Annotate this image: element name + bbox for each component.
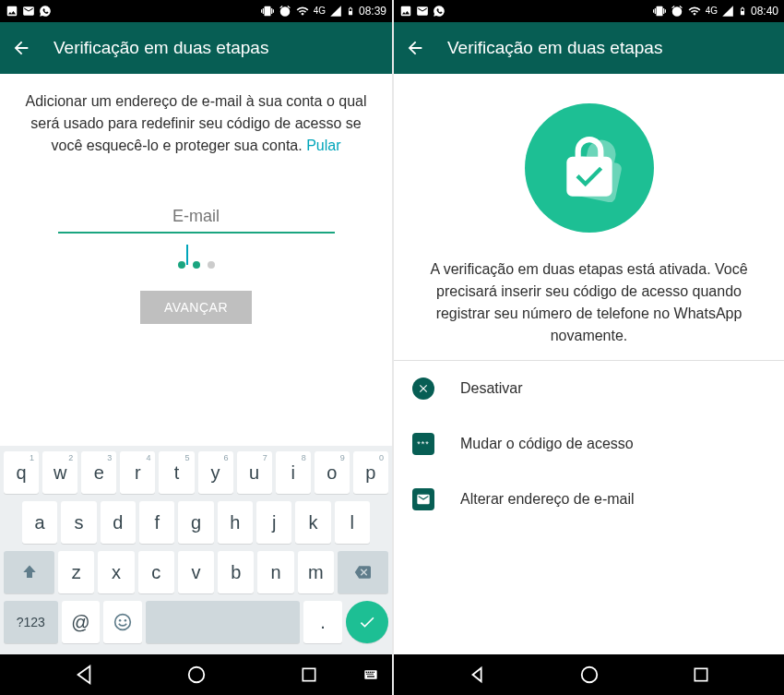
dot-key[interactable]: . [303, 601, 342, 643]
option-disable[interactable]: Desativar [394, 361, 784, 416]
nav-recent-icon[interactable] [692, 665, 710, 684]
option-label: Mudar o código de acesso [460, 436, 634, 452]
svg-rect-15 [367, 676, 374, 677]
app-bar: Verificação em duas etapas [0, 22, 392, 74]
svg-rect-17 [695, 668, 707, 680]
svg-point-2 [125, 619, 127, 622]
nav-keyboard-icon[interactable] [361, 667, 381, 682]
back-arrow-icon[interactable] [11, 38, 31, 58]
nav-home-icon[interactable] [579, 665, 600, 685]
svg-point-0 [115, 615, 131, 630]
option-label: Alterar endereço de e-mail [460, 491, 635, 508]
nav-home-icon[interactable] [186, 665, 207, 685]
key-d[interactable]: d [101, 501, 136, 544]
svg-rect-6 [366, 672, 367, 673]
keyboard-row-4: ?123 @ . [4, 601, 388, 643]
screen-two-step-email: 4G 08:39 Verificação em duas etapas Adic… [0, 0, 392, 695]
screen-two-step-enabled: 4G 08:40 Verificação em duas etapas A ve… [392, 0, 784, 695]
key-s[interactable]: s [61, 501, 96, 544]
text-cursor [186, 245, 188, 265]
key-o[interactable]: o9 [315, 451, 350, 494]
shift-key[interactable] [4, 551, 54, 593]
status-bar: 4G 08:40 [394, 0, 784, 22]
key-a[interactable]: a [22, 501, 57, 544]
key-p[interactable]: p0 [353, 451, 388, 494]
svg-rect-14 [372, 674, 373, 675]
status-time: 08:39 [359, 5, 386, 18]
option-change-code[interactable]: *** Mudar o código de acesso [394, 416, 784, 472]
svg-point-1 [119, 619, 122, 622]
vibrate-icon [652, 5, 667, 18]
key-h[interactable]: h [218, 501, 253, 544]
key-e[interactable]: e3 [81, 451, 116, 494]
key-b[interactable]: b [218, 551, 254, 593]
key-w[interactable]: w2 [42, 451, 77, 494]
signal-icon [329, 5, 342, 18]
keyboard-row-1: q1w2e3r4t5y6u7i8o9p0 [4, 451, 388, 494]
option-label: Desativar [460, 380, 523, 397]
key-m[interactable]: m [298, 551, 334, 593]
nav-bar [0, 654, 392, 695]
wifi-icon [295, 5, 310, 18]
content-area: Adicionar um endereço de e-mail à sua co… [0, 74, 392, 446]
svg-rect-10 [374, 672, 374, 673]
key-j[interactable]: j [256, 501, 291, 544]
dot [193, 261, 200, 269]
option-change-email[interactable]: Alterar endereço de e-mail [394, 472, 784, 527]
key-n[interactable]: n [257, 551, 293, 593]
key-q[interactable]: q1 [4, 451, 39, 494]
key-t[interactable]: t5 [159, 451, 194, 494]
battery-icon [738, 5, 747, 18]
svg-rect-11 [366, 674, 367, 675]
space-key[interactable] [146, 601, 300, 643]
whatsapp-icon [39, 5, 52, 18]
svg-rect-9 [372, 672, 373, 673]
skip-link[interactable]: Pular [306, 138, 340, 153]
network-text: 4G [314, 6, 326, 16]
page-dots [20, 261, 372, 269]
symbols-key[interactable]: ?123 [4, 601, 58, 643]
svg-rect-13 [370, 674, 371, 675]
svg-point-16 [582, 667, 598, 683]
back-arrow-icon[interactable] [405, 38, 425, 58]
close-circle-icon [412, 377, 434, 400]
page-title: Verificação em duas etapas [447, 38, 662, 58]
key-c[interactable]: c [138, 551, 174, 593]
description-text: Adicionar um endereço de e-mail à sua co… [20, 90, 372, 157]
key-z[interactable]: z [58, 551, 94, 593]
key-y[interactable]: y6 [198, 451, 233, 494]
status-bar: 4G 08:39 [0, 0, 392, 22]
enabled-message: A verificação em duas etapas está ativad… [394, 258, 784, 347]
key-i[interactable]: i8 [276, 451, 311, 494]
key-g[interactable]: g [178, 501, 213, 544]
key-f[interactable]: f [139, 501, 174, 544]
key-k[interactable]: k [295, 501, 330, 544]
wifi-icon [687, 5, 702, 18]
key-v[interactable]: v [178, 551, 214, 593]
svg-point-3 [189, 667, 205, 683]
vibrate-icon [260, 5, 275, 18]
alarm-icon [279, 5, 291, 18]
nav-recent-icon[interactable] [300, 665, 318, 684]
email-field[interactable] [58, 201, 335, 234]
gmail-icon [416, 5, 429, 18]
alarm-icon [671, 5, 683, 18]
dot [208, 261, 215, 269]
key-x[interactable]: x [98, 551, 134, 593]
whatsapp-icon [433, 5, 445, 18]
battery-icon [346, 5, 355, 18]
nav-back-icon[interactable] [74, 665, 94, 685]
emoji-key[interactable] [103, 601, 142, 643]
advance-button[interactable]: AVANÇAR [140, 291, 252, 324]
key-r[interactable]: r4 [120, 451, 155, 494]
key-l[interactable]: l [335, 501, 370, 544]
gmail-icon [22, 5, 35, 18]
soft-keyboard: q1w2e3r4t5y6u7i8o9p0 asdfghjkl zxcvbnm ?… [0, 446, 392, 654]
at-key[interactable]: @ [62, 601, 101, 643]
enter-key[interactable] [346, 601, 388, 643]
nav-back-icon[interactable] [468, 665, 488, 685]
key-u[interactable]: u7 [237, 451, 272, 494]
app-bar: Verificação em duas etapas [394, 22, 784, 74]
backspace-key[interactable] [338, 551, 388, 593]
svg-rect-8 [370, 672, 371, 673]
